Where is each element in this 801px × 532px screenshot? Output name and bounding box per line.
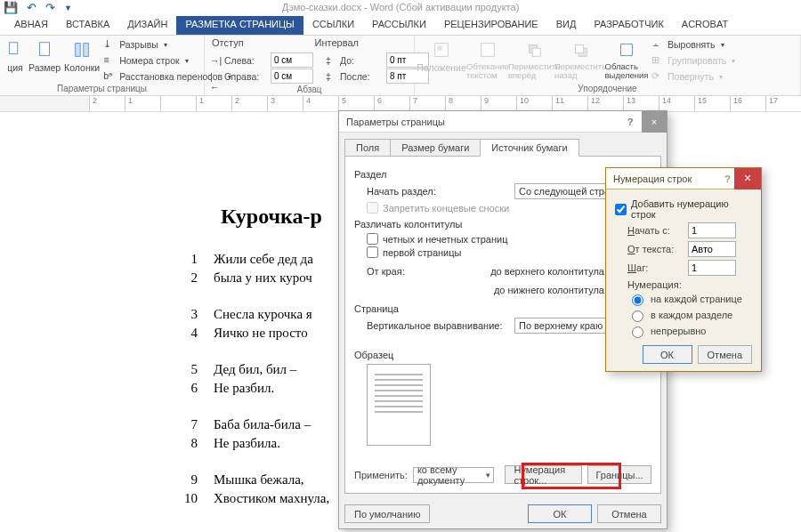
svg-rect-11 [621,44,633,56]
suppress-endnotes-check [367,202,378,214]
cancel-button[interactable]: Отмена [597,504,661,523]
wrap-icon [478,40,498,60]
redo-icon[interactable]: ↷ [45,2,55,14]
line-number: 2 [178,270,214,286]
tab-references[interactable]: ССЫЛКИ [303,16,363,35]
svg-rect-10 [576,45,584,53]
continuous-radio[interactable] [632,326,643,338]
rotate-icon: ⟳ [651,70,664,83]
align-button[interactable]: ⫠Выровнять▾ [651,37,735,52]
ruler-tick: 12 [587,96,623,111]
preview [367,364,431,446]
help-button-ln[interactable]: ? [724,173,731,184]
first-page-check[interactable] [367,246,378,258]
group-page-params: Параметры страницы [5,84,198,95]
each-page-radio[interactable] [632,294,643,306]
ribbon: ция Размер Колонки ⤓Разрывы▾ ≡Номера стр… [0,36,801,96]
selection-pane-button[interactable]: Область выделения [605,37,648,80]
ruler-tick: 17 [765,96,801,111]
line-numbers-title: Нумерация строк [613,173,692,184]
default-button[interactable]: По умолчанию [344,504,430,523]
align-icon: ⫠ [651,38,664,51]
step-input[interactable] [688,260,736,276]
tab-acrobat[interactable]: ACROBAT [673,16,737,35]
dlg-tab-paper[interactable]: Размер бумаги [390,139,481,157]
line-text: Жили себе дед да [214,252,313,267]
start-at-input[interactable] [688,222,736,238]
svg-rect-1 [40,43,50,56]
ok-button[interactable]: ОК [528,504,592,523]
ok-button-ln[interactable]: ОК [643,345,692,364]
cancel-button-ln[interactable]: Отмена [698,345,752,364]
ribbon-tabs: АВНАЯ ВСТАВКА ДИЗАЙН РАЗМЕТКА СТРАНИЦЫ С… [0,16,801,36]
line-number: 3 [178,307,214,322]
indent-left-icon: →| [210,55,221,66]
indent-left-input[interactable] [271,52,313,68]
close-button[interactable]: × [642,111,667,133]
ruler-tick: 10 [516,96,552,111]
tab-insert[interactable]: ВСТАВКА [57,16,118,35]
odd-even-check[interactable] [367,233,378,245]
each-section-radio[interactable] [632,310,643,322]
numbering-label: Нумерация: [627,279,752,290]
svg-rect-2 [76,44,81,57]
ruler-tick: 1 [196,96,231,111]
dlg-tab-margins[interactable]: Поля [344,139,391,157]
tab-developer[interactable]: РАЗРАБОТЧИК [585,16,672,35]
space-before-icon: ‡ [326,55,336,66]
tab-design[interactable]: ДИЗАЙН [118,16,176,35]
group-icon: ⊞ [651,54,664,67]
help-button[interactable]: ? [622,117,638,127]
svg-rect-0 [10,43,18,54]
ruler-tick: 2 [231,96,267,111]
highlight-box [522,463,621,489]
line-text: Снесла курочка я [214,307,312,322]
ruler-tick: 15 [694,96,730,111]
save-icon[interactable]: 💾 [4,2,18,14]
group-paragraph: Абзац [210,85,409,96]
send-backward-button[interactable]: Переместить назад [559,37,602,80]
ruler-tick: 5 [338,96,374,111]
line-text: Баба била-била – [214,417,311,432]
qat-dropdown-icon[interactable]: ▼ [64,2,72,14]
apply-to-label: Применить: [354,470,408,480]
from-text-input[interactable] [688,241,736,257]
tab-review[interactable]: РЕЦЕНЗИРОВАНИЕ [435,16,547,35]
line-text: Не разбила. [214,436,280,451]
line-number: 5 [178,362,214,377]
orientation-button[interactable]: ция [5,37,25,73]
apply-to-select[interactable]: ко всему документу [413,467,494,483]
selection-icon [617,40,636,60]
indent-right-input[interactable] [271,69,313,84]
window-title: Дэмо-сказки.docx - Word (Сбой активации … [0,0,801,16]
ruler-tick [160,96,196,111]
line-number: 8 [178,436,214,451]
hyphenation-icon: bᵃ [103,70,116,83]
tab-view[interactable]: ВИД [547,16,586,35]
columns-button[interactable]: Колонки [64,37,100,73]
line-number: 4 [178,326,214,341]
size-button[interactable]: Размер [28,37,61,73]
backward-icon [570,40,590,60]
tab-home[interactable]: АВНАЯ [5,16,57,35]
group-button[interactable]: ⊞Группировать▾ [651,53,735,68]
ruler-tick: 14 [659,96,694,111]
tab-mailings[interactable]: РАССЫЛКИ [363,16,435,35]
indent-label: Отступ [212,37,244,48]
ruler-tick: 16 [730,96,765,111]
add-line-numbers-check[interactable] [615,204,627,215]
close-button-ln[interactable]: × [734,168,761,189]
svg-rect-8 [532,48,540,56]
line-text: Мышка бежала, [214,472,304,488]
dlg-tab-layout[interactable]: Источник бумаги [480,139,578,157]
svg-rect-5 [437,45,442,51]
undo-icon[interactable]: ↶ [27,2,36,14]
tab-page-layout[interactable]: РАЗМЕТКА СТРАНИЦЫ [176,16,303,35]
forward-icon [524,40,544,60]
rotate-button[interactable]: ⟳Повернуть▾ [651,69,735,84]
wrap-button[interactable]: Обтекание текстом [466,37,509,80]
ruler-tick: 7 [409,96,445,111]
bring-forward-button[interactable]: Переместить вперед [513,37,555,80]
position-button[interactable]: Положение [420,37,463,73]
line-numbers-dialog: Нумерация строк ? × Добавить нумерацию с… [605,167,762,372]
